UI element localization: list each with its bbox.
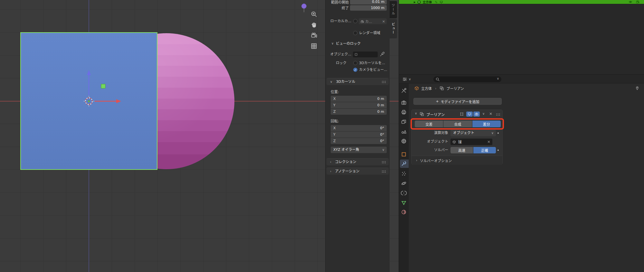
object-header-bar[interactable]: ▶ V 立方体 <box>399 0 644 4</box>
edit-mode-toggle-icon[interactable] <box>459 112 465 117</box>
chevron-down-icon[interactable]: ∨ <box>409 77 411 81</box>
modifier-extras-chevron-icon[interactable]: ∨ <box>482 112 485 115</box>
animate-dot[interactable] <box>497 150 499 151</box>
render-region-checkbox[interactable] <box>353 31 357 35</box>
operation-union-button[interactable]: 合成 <box>443 121 472 127</box>
properties-header: ∨ ∨ <box>399 74 644 83</box>
camera-view-icon[interactable] <box>310 31 318 40</box>
tab-physics[interactable] <box>401 180 407 186</box>
tab-output[interactable] <box>401 109 407 115</box>
object-row: オブジェクト 球 × <box>412 139 502 145</box>
solver-row: ソルバー 高速 正確 <box>412 147 502 153</box>
drag-handle-dots[interactable] <box>382 161 386 163</box>
tab-tool[interactable] <box>401 88 407 93</box>
zoom-icon[interactable] <box>310 10 318 18</box>
tab-object[interactable] <box>401 151 407 157</box>
operation-intersect-button[interactable]: 交差 <box>415 121 443 127</box>
eyedropper-icon[interactable] <box>380 52 385 57</box>
tab-render[interactable] <box>401 100 407 106</box>
clear-object-icon[interactable]: × <box>487 140 490 144</box>
drag-handle-dots[interactable] <box>496 113 500 116</box>
properties-editor-icon[interactable] <box>402 77 407 82</box>
boolean-modifier-panel: ∨ ブーリアン ∨ × <box>411 110 503 165</box>
nav-gizmo-axis-ball[interactable] <box>301 4 307 9</box>
cursor-rot-x[interactable]: X 0° <box>331 125 387 131</box>
collections-panel-header[interactable]: › コレクション <box>327 158 389 165</box>
operation-difference-button-active[interactable]: 差分 <box>472 121 501 127</box>
tab-world[interactable] <box>401 138 407 144</box>
tab-modifiers-active[interactable] <box>401 161 407 167</box>
camera-to-view-checkbox[interactable]: ✓ <box>353 68 357 72</box>
move-gizmo[interactable] <box>61 60 132 114</box>
tab-particles[interactable] <box>401 171 407 177</box>
show-in-render-toggle[interactable] <box>473 112 480 117</box>
lock-to-cursor-checkbox[interactable] <box>353 61 357 65</box>
modifier-name[interactable]: ブーリアン <box>426 112 445 117</box>
view-lock-header[interactable]: ビューのロック <box>336 41 374 47</box>
gizmo-z-arrowhead[interactable] <box>87 70 91 75</box>
gizmo-x-arrowhead[interactable] <box>116 99 121 103</box>
clip-start-label: 範囲の開始 <box>326 0 349 5</box>
tab-constraints[interactable] <box>401 190 407 196</box>
cursor-loc-x[interactable]: X 0 m <box>331 96 387 102</box>
breadcrumb: 立方体 › ブーリアン <box>409 83 644 93</box>
drag-handle-dots[interactable] <box>382 81 386 83</box>
local-camera-field[interactable]: カ... × <box>359 18 387 24</box>
object-icon <box>355 53 358 56</box>
object-origin-dot <box>88 100 90 102</box>
cursor-rot-z[interactable]: Z 0° <box>331 138 387 144</box>
solver-fast-button[interactable]: 高速 <box>450 147 473 153</box>
search-input[interactable]: ∨ <box>433 76 501 82</box>
close-modifier-icon[interactable]: × <box>489 112 492 116</box>
object-name-label: 立方体 <box>423 0 432 4</box>
viewport-overlay-buttons <box>310 10 318 53</box>
drag-handle-dots[interactable] <box>382 170 386 173</box>
operand-type-dropdown[interactable]: オブジェクト ∨ <box>450 130 496 136</box>
cursor-rot-y[interactable]: Y 0° <box>331 131 387 138</box>
solver-options-subpanel-header[interactable]: › ソルバーオプション <box>412 156 502 165</box>
cursor-loc-z[interactable]: Z 0 m <box>331 109 387 115</box>
eye-icon[interactable] <box>629 0 632 4</box>
object-field[interactable]: 球 × <box>450 139 492 145</box>
sidebar-tab-view[interactable]: ビュー <box>390 19 397 38</box>
tab-material[interactable] <box>401 209 407 215</box>
clear-icon[interactable]: × <box>382 19 385 24</box>
add-modifier-label: モディファイアーを追加 <box>441 99 479 104</box>
tab-object-data[interactable] <box>401 200 407 206</box>
filter-chevron-icon[interactable]: ∨ <box>497 77 499 80</box>
solver-exact-button-active[interactable]: 正確 <box>473 147 496 153</box>
chevron-down-icon[interactable]: ∨ <box>415 112 417 115</box>
rotation-label: 回転: <box>331 119 350 124</box>
gizmo-plane-handle[interactable] <box>101 84 105 88</box>
sidebar-tab-tool[interactable]: ツール <box>390 1 397 18</box>
breadcrumb-separator: › <box>435 86 436 91</box>
cursor-panel-header[interactable]: ∨ 3Dカーソル <box>327 78 389 85</box>
location-label: 位置: <box>331 89 350 95</box>
clip-end-field[interactable]: 1000 m <box>350 5 387 11</box>
local-camera-checkbox[interactable] <box>353 19 357 23</box>
animate-dot[interactable] <box>497 132 499 134</box>
operand-type-row: 演算対象 オブジェクト ∨ <box>412 130 502 136</box>
rotation-mode-value: XYZ オイラー角 <box>333 148 359 152</box>
expand-triangle-icon[interactable]: ▶ <box>414 1 416 4</box>
ortho-grid-icon[interactable] <box>310 42 318 50</box>
modifier-panel-header[interactable]: ∨ ブーリアン ∨ × <box>412 110 502 118</box>
pin-icon[interactable] <box>635 86 639 91</box>
operand-type-value: オブジェクト <box>453 131 474 135</box>
annotations-panel-header[interactable]: › アノテーション <box>327 168 389 175</box>
clip-end-value: 1000 m <box>371 5 384 11</box>
tab-scene[interactable] <box>401 129 407 134</box>
breadcrumb-modifier[interactable]: ブーリアン <box>446 86 464 91</box>
show-in-viewport-toggle[interactable] <box>466 112 473 117</box>
clip-start-field[interactable]: 0.01 m <box>350 0 387 5</box>
add-modifier-button[interactable]: + モディファイアーを追加 <box>413 98 502 105</box>
boolean-modifier-icon <box>420 112 424 116</box>
camera-icon[interactable] <box>636 0 639 4</box>
chevron-down-icon[interactable]: ∨ <box>331 42 334 45</box>
cursor-loc-y[interactable]: Y 0 m <box>331 102 387 108</box>
rotation-mode-dropdown[interactable]: XYZ オイラー角 ∨ <box>331 147 387 153</box>
lock-object-field[interactable] <box>353 52 378 57</box>
pan-hand-icon[interactable] <box>310 21 318 29</box>
breadcrumb-object[interactable]: 立方体 <box>421 86 432 91</box>
tab-view-layer[interactable] <box>401 119 407 125</box>
